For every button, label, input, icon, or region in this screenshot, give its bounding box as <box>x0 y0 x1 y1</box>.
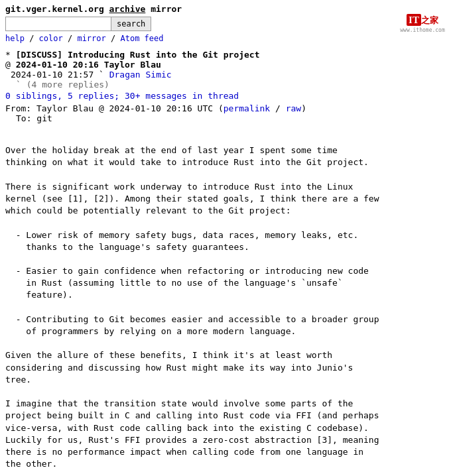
reply2-tick: ` <box>16 80 27 89</box>
nav-sep2: / <box>68 34 77 43</box>
paren-open: ( <box>218 103 224 113</box>
archive-word: archive <box>109 4 146 14</box>
subject-text: Introducing Rust into the Git project <box>68 50 260 60</box>
reply-line-1: 2024-01-10 21:57 ` Dragan Simic <box>11 70 446 80</box>
search-button[interactable]: search <box>111 17 151 31</box>
page-header: git.vger.kernel.org archive mirror searc… <box>0 0 451 46</box>
from-author: Taylor Blau <box>36 103 94 113</box>
nav-sep3: / <box>111 34 120 43</box>
from-line: From: Taylor Blau @ 2024-01-10 20:16 UTC… <box>5 103 446 113</box>
space1 <box>99 60 104 70</box>
from-at: @ <box>99 103 109 113</box>
main-content: * [DISCUSS] Introducing Rust into the Gi… <box>0 46 451 476</box>
raw-link[interactable]: raw <box>286 103 301 113</box>
thread-stats-link[interactable]: 0 siblings, 5 replies; 30+ messages in t… <box>5 91 239 101</box>
logo-container: IT之家 www.ithome.com <box>399 15 446 33</box>
search-bar: search <box>5 17 399 31</box>
thread-date-from: @ 2024-01-10 20:16 Taylor Blau <box>5 60 446 70</box>
reply1-date: 2024-01-10 21:57 <box>11 70 94 80</box>
logo-url: www.ithome.com <box>399 27 446 33</box>
mirror-link[interactable]: mirror <box>77 34 105 43</box>
color-link[interactable]: color <box>39 34 63 43</box>
reply1-author-link[interactable]: Dragan Simic <box>109 70 172 80</box>
reply1-tick: ` <box>99 70 104 80</box>
more-replies-text: (4 more replies) <box>27 80 109 89</box>
thread-header: * [DISCUSS] Introducing Rust into the Gi… <box>5 50 446 123</box>
permalink-link[interactable]: permalink <box>224 103 270 113</box>
to-line: To: git <box>16 113 446 123</box>
bullet1: - Lower risk of memory safety bugs, data… <box>5 230 358 252</box>
paragraph2: There is significant work underway to in… <box>5 182 379 215</box>
header-left: git.vger.kernel.org archive mirror searc… <box>5 4 399 43</box>
site-domain: git.vger.kernel.org <box>5 4 104 14</box>
thread-subject-line: * [DISCUSS] Introducing Rust into the Gi… <box>5 50 446 60</box>
logo: IT之家 www.ithome.com <box>399 15 446 33</box>
at-marker: @ <box>5 60 16 70</box>
star-marker: * <box>5 50 16 60</box>
from-label: From: <box>5 103 31 113</box>
paragraph4: I imagine that the transition state woul… <box>5 398 379 469</box>
logo-zhu-text: 之家 <box>421 15 438 25</box>
search-input[interactable] <box>5 17 111 31</box>
thread-stats-text: 0 siblings, 5 replies; 30+ messages in t… <box>5 91 239 101</box>
bullet3: - Contributing to Git becomes easier and… <box>5 314 379 336</box>
paren-close: ) <box>301 103 306 113</box>
paragraph1: Over the holiday break at the end of las… <box>5 145 369 167</box>
more-replies: ` (4 more replies) <box>16 80 446 89</box>
thread-subject: [DISCUSS] Introducing Rust into the Git … <box>16 50 260 60</box>
subject-prefix: [DISCUSS] <box>16 50 62 60</box>
to-label: To: <box>16 113 31 123</box>
site-title: git.vger.kernel.org archive mirror <box>5 4 399 14</box>
paragraph3: Given the allure of these benefits, I th… <box>5 350 353 384</box>
thread-author: Taylor Blau <box>104 60 161 70</box>
to-value: git <box>36 113 52 123</box>
from-date: 2024-01-10 20:16 UTC <box>109 103 214 113</box>
help-link[interactable]: help <box>5 34 25 43</box>
mirror-word: mirror <box>151 4 182 14</box>
logo-it-text: IT <box>407 14 421 26</box>
bullet2: - Easier to gain confidence when refacto… <box>5 266 369 300</box>
thread-stats: 0 siblings, 5 replies; 30+ messages in t… <box>5 91 446 101</box>
email-body: Over the holiday break at the end of las… <box>5 133 446 476</box>
slash-sep: / <box>275 103 286 113</box>
nav-links: help / color / mirror / Atom feed <box>5 34 399 43</box>
nav-sep1: / <box>29 34 38 43</box>
atom-feed-link[interactable]: Atom feed <box>120 34 163 43</box>
thread-date: 2024-01-10 20:16 <box>16 60 99 70</box>
